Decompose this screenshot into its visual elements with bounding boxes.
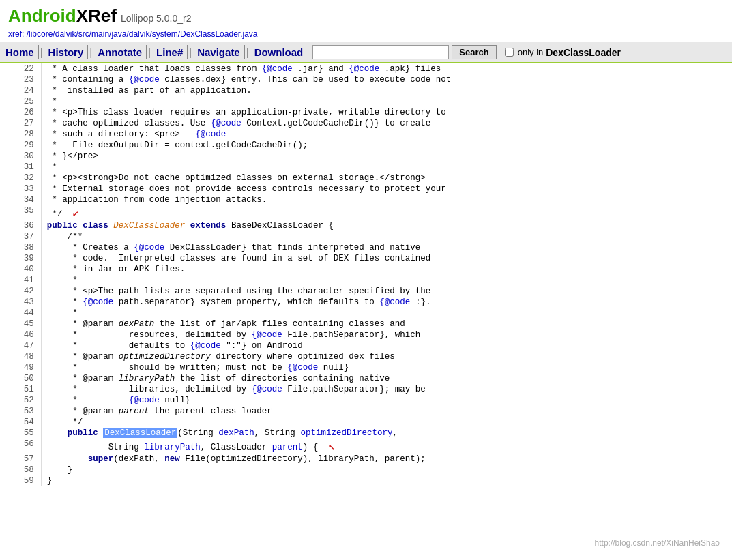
line-number: 22	[0, 63, 41, 74]
code-line: * should be written; must not be {@code …	[41, 362, 732, 373]
table-row: 48 * @param optimizedDirectory directory…	[0, 351, 732, 362]
code-line: * resources, delimited by {@code File.pa…	[41, 329, 732, 340]
code-line: * <p>This class loader requires an appli…	[41, 107, 732, 118]
line-number: 52	[0, 395, 41, 406]
code-line: String libraryPath, ClassLoader parent) …	[41, 439, 732, 454]
code-line: * cache optimized classes. Use {@code Co…	[41, 118, 732, 129]
table-row: 30 * }</pre>	[0, 151, 732, 162]
line-number: 25	[0, 96, 41, 107]
table-row: 51 * libraries, delimited by {@code File…	[0, 384, 732, 395]
code-line: * Creates a {@code DexClassLoader} that …	[41, 242, 732, 253]
code-line: */	[41, 417, 732, 428]
table-row: 47 * defaults to {@code ":"} on Android	[0, 340, 732, 351]
code-table: 22 * A class loader that loads classes f…	[0, 63, 732, 486]
line-number: 37	[0, 231, 41, 242]
table-row: 29 * File dexOutputDir = context.getCode…	[0, 140, 732, 151]
table-row: 45 * @param dexPath the list of jar/apk …	[0, 319, 732, 329]
table-row: 57 super(dexPath, new File(optimizedDire…	[0, 454, 732, 465]
line-number: 49	[0, 362, 41, 373]
table-row: 58 }	[0, 465, 732, 475]
line-number: 29	[0, 140, 41, 151]
line-number: 55	[0, 428, 41, 439]
code-area: 22 * A class loader that loads classes f…	[0, 63, 732, 486]
code-line: * defaults to {@code ":"} on Android	[41, 340, 732, 351]
table-row: 33 * External storage does not provide a…	[0, 183, 732, 194]
line-number: 45	[0, 319, 41, 329]
table-row: 50 * @param libraryPath the list of dire…	[0, 373, 732, 384]
line-number: 39	[0, 253, 41, 264]
table-row: 56 String libraryPath, ClassLoader paren…	[0, 439, 732, 454]
table-row: 23 * containing a {@code classes.dex} en…	[0, 74, 732, 85]
logo-version: Lollipop 5.0.0_r2	[121, 13, 192, 24]
nav-line[interactable]: Line#	[152, 45, 188, 59]
nav-navigate[interactable]: Navigate	[193, 45, 245, 59]
nav-annotate[interactable]: Annotate	[93, 45, 147, 59]
search-input[interactable]	[312, 45, 449, 59]
line-number: 50	[0, 373, 41, 384]
code-line: *	[41, 162, 732, 173]
line-number: 23	[0, 74, 41, 85]
line-number: 35	[0, 205, 41, 220]
nav-history[interactable]: History	[44, 45, 89, 59]
table-row: 40 * in Jar or APK files.	[0, 264, 732, 275]
code-line: /**	[41, 231, 732, 242]
table-row: 42 * <p>The path lists are separated usi…	[0, 286, 732, 297]
search-button[interactable]: Search	[452, 45, 496, 59]
table-row: 55 public DexClassLoader(String dexPath,…	[0, 428, 732, 439]
table-row: 46 * resources, delimited by {@code File…	[0, 329, 732, 340]
breadcrumb-label: xref:	[8, 29, 24, 39]
table-row: 43 * {@code path.separator} system prope…	[0, 297, 732, 308]
code-line: * {@code null}	[41, 395, 732, 406]
code-line: * @param parent the parent class loader	[41, 406, 732, 417]
table-row: 26 * <p>This class loader requires an ap…	[0, 107, 732, 118]
code-line: *	[41, 275, 732, 286]
code-line: * libraries, delimited by {@code File.pa…	[41, 384, 732, 395]
line-number: 48	[0, 351, 41, 362]
line-number: 57	[0, 454, 41, 465]
table-row: 38 * Creates a {@code DexClassLoader} th…	[0, 242, 732, 253]
table-row: 53 * @param parent the parent class load…	[0, 406, 732, 417]
table-row: 37 /**	[0, 231, 732, 242]
code-line: * {@code path.separator} system property…	[41, 297, 732, 308]
only-in-area: only in DexClassLoader	[505, 47, 621, 58]
code-line: }	[41, 465, 732, 475]
table-row: 31 *	[0, 162, 732, 173]
logo: AndroidXRefLollipop 5.0.0_r2	[8, 5, 724, 27]
code-line: * <p>The path lists are separated using …	[41, 286, 732, 297]
line-number: 51	[0, 384, 41, 395]
classname-link[interactable]: DexClassLoader	[113, 221, 185, 231]
code-line: super(dexPath, new File(optimizedDirecto…	[41, 454, 732, 465]
line-number: 58	[0, 465, 41, 475]
line-number: 24	[0, 85, 41, 96]
code-line: * containing a {@code classes.dex} entry…	[41, 74, 732, 85]
table-row: 27 * cache optimized classes. Use {@code…	[0, 118, 732, 129]
table-row: 41 *	[0, 275, 732, 286]
line-number: 40	[0, 264, 41, 275]
header: AndroidXRefLollipop 5.0.0_r2 xref: /libc…	[0, 0, 732, 42]
table-row: 28 * such a directory: <pre> {@code	[0, 129, 732, 140]
only-in-label: only in	[518, 47, 544, 57]
code-line: * installed as part of an application.	[41, 85, 732, 96]
nav-home[interactable]: Home	[5, 45, 39, 59]
search-area: Search only in DexClassLoader	[312, 45, 727, 59]
breadcrumb: xref: /libcore/dalvik/src/main/java/dalv…	[8, 29, 724, 39]
code-line: * @param dexPath the list of jar/apk fil…	[41, 319, 732, 329]
nav-download[interactable]: Download	[250, 45, 308, 59]
table-row: 34 * application from code injection att…	[0, 194, 732, 205]
line-number: 59	[0, 475, 41, 486]
table-row: 44 *	[0, 308, 732, 319]
line-number: 44	[0, 308, 41, 319]
line-number: 33	[0, 183, 41, 194]
only-in-checkbox[interactable]	[505, 48, 514, 57]
line-number: 47	[0, 340, 41, 351]
code-line: * @param optimizedDirectory directory wh…	[41, 351, 732, 362]
logo-android: Android	[8, 5, 76, 26]
code-line: * File dexOutputDir = context.getCodeCac…	[41, 140, 732, 151]
table-row: 25 *	[0, 96, 732, 107]
table-row: 59 }	[0, 475, 732, 486]
line-number: 30	[0, 151, 41, 162]
code-line: * <p><strong>Do not cache optimized clas…	[41, 173, 732, 183]
code-line: * such a directory: <pre> {@code	[41, 129, 732, 140]
breadcrumb-path[interactable]: /libcore/dalvik/src/main/java/dalvik/sys…	[27, 29, 258, 39]
table-row: 49 * should be written; must not be {@co…	[0, 362, 732, 373]
